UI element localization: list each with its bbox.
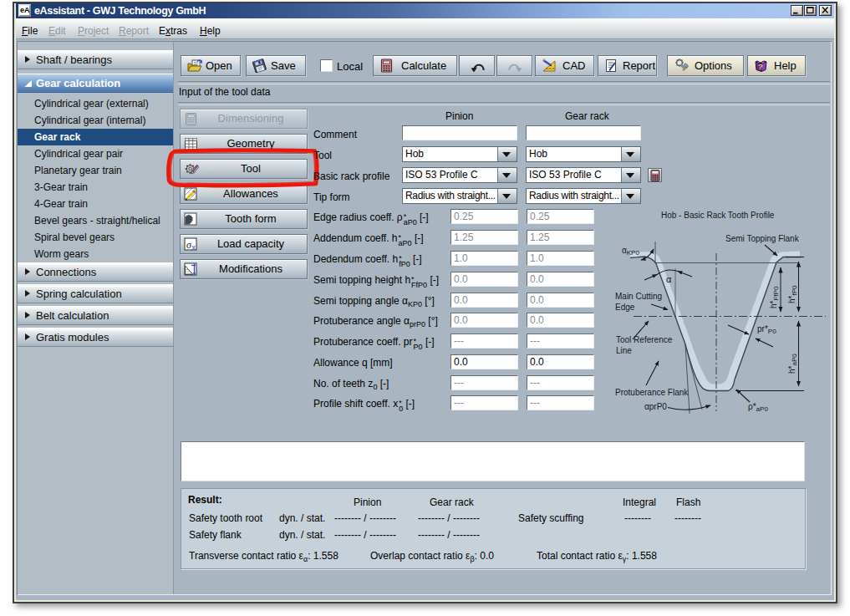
svg-text:h*FfP0: h*FfP0 [769, 286, 780, 308]
svg-text:αKP0: αKP0 [622, 246, 639, 257]
svg-text:h*fP0: h*fP0 [787, 285, 798, 303]
svg-text:α: α [666, 274, 672, 284]
svg-text:Main Cutting: Main Cutting [615, 292, 662, 301]
svg-text:h*aP0: h*aP0 [787, 354, 798, 374]
svg-text:x: x [192, 243, 196, 252]
svg-text:pr*P0: pr*P0 [757, 324, 776, 335]
svg-text:Hob - Basic Rack Tooth Profi: Hob - Basic Rack Tooth Profile [661, 211, 775, 220]
svg-text:Edge: Edge [615, 303, 635, 312]
svg-text:ρ*aP0: ρ*aP0 [748, 402, 768, 413]
svg-text:Line: Line [616, 346, 632, 355]
svg-text:Tool Reference: Tool Reference [616, 335, 673, 344]
svg-text:Protuberance Flank: Protuberance Flank [615, 388, 689, 397]
svg-text:Semi Topping Flank: Semi Topping Flank [725, 234, 800, 243]
svg-text:?: ? [758, 63, 763, 71]
svg-text:αprP0: αprP0 [644, 402, 667, 411]
